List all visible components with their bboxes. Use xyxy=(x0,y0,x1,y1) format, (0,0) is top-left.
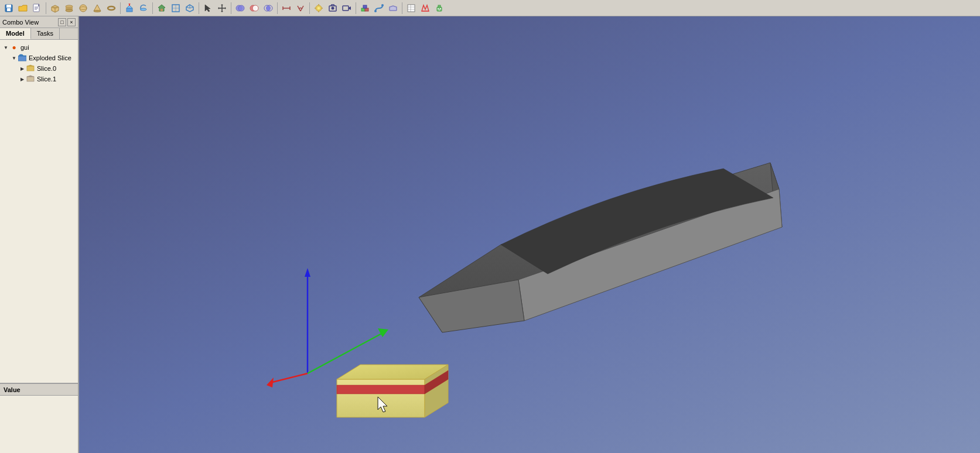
sphere-icon[interactable] xyxy=(77,2,90,15)
svg-rect-64 xyxy=(363,5,367,8)
path-icon[interactable] xyxy=(373,2,385,15)
svg-rect-26 xyxy=(161,9,163,11)
tree-label-exploded-slice: Exploded Slice xyxy=(29,54,71,61)
tab-model[interactable]: Model xyxy=(0,28,31,39)
sheet-metal-icon[interactable] xyxy=(387,2,399,15)
svg-marker-93 xyxy=(337,385,425,394)
sep-5 xyxy=(231,2,231,14)
sep-2 xyxy=(120,2,121,14)
svg-rect-2 xyxy=(7,8,11,11)
svg-rect-68 xyxy=(408,5,415,12)
model-tree: ▼ ● gui ▼ Exploded Slice ▶ Slice.0 xyxy=(0,40,78,383)
svg-point-19 xyxy=(108,6,115,10)
extrude-icon[interactable] xyxy=(123,2,136,15)
svg-marker-38 xyxy=(221,11,223,12)
properties-header: Value xyxy=(0,384,78,396)
svg-rect-63 xyxy=(365,8,368,11)
svg-marker-40 xyxy=(225,7,226,9)
svg-marker-37 xyxy=(221,4,223,5)
restore-button[interactable]: □ xyxy=(58,18,66,26)
union-icon[interactable] xyxy=(234,2,247,15)
render-icon[interactable] xyxy=(312,2,325,15)
torus-icon[interactable] xyxy=(105,2,118,15)
sep-6 xyxy=(277,2,278,14)
select-icon[interactable] xyxy=(202,2,214,15)
revolve-icon[interactable] xyxy=(137,2,150,15)
svg-point-24 xyxy=(141,8,146,11)
tree-item-slice-1[interactable]: ▶ Slice.1 xyxy=(0,74,78,84)
spreadsheet-icon[interactable] xyxy=(405,2,418,15)
intersect-icon[interactable] xyxy=(262,2,275,15)
toolbar xyxy=(0,0,980,16)
cone-icon[interactable] xyxy=(91,2,104,15)
svg-rect-60 xyxy=(343,6,349,11)
svg-marker-72 xyxy=(422,5,429,11)
gui-icon: ● xyxy=(9,43,19,52)
svg-marker-3 xyxy=(19,5,27,11)
svg-point-42 xyxy=(238,5,244,11)
svg-rect-83 xyxy=(27,77,34,81)
tree-label-slice-1: Slice.1 xyxy=(37,76,56,83)
tree-item-exploded-slice[interactable]: ▼ Exploded Slice xyxy=(0,53,78,63)
tree-arrow-slice-1: ▶ xyxy=(19,76,26,83)
fem-icon[interactable] xyxy=(419,2,432,15)
3d-viewport[interactable] xyxy=(79,16,980,453)
svg-point-18 xyxy=(94,10,101,12)
measure-linear-icon[interactable] xyxy=(280,2,293,15)
properties-panel: Value xyxy=(0,383,78,453)
combo-view-header-buttons: □ × xyxy=(58,18,76,26)
save-icon[interactable] xyxy=(2,2,15,15)
view-iso-icon[interactable] xyxy=(183,2,196,15)
left-panel: Combo View □ × Model Tasks ▼ ● gui ▼ xyxy=(0,16,79,453)
folder-icon xyxy=(18,53,27,63)
svg-marker-39 xyxy=(218,7,219,9)
tree-item-slice-0[interactable]: ▶ Slice.0 xyxy=(0,63,78,74)
sep-1 xyxy=(46,2,46,14)
measure-angular-icon[interactable] xyxy=(294,2,307,15)
tab-bar: Model Tasks xyxy=(0,28,78,40)
view-home-icon[interactable] xyxy=(155,2,168,15)
close-button[interactable]: × xyxy=(67,18,76,26)
svg-rect-81 xyxy=(27,66,34,71)
view-front-icon[interactable] xyxy=(169,2,182,15)
svg-point-53 xyxy=(317,6,320,10)
tree-label-slice-0: Slice.0 xyxy=(37,65,56,72)
sep-8 xyxy=(356,2,356,14)
svg-line-33 xyxy=(190,7,193,8)
svg-rect-75 xyxy=(438,5,441,7)
svg-rect-20 xyxy=(127,8,132,12)
snapshot-icon[interactable] xyxy=(326,2,339,15)
video-icon[interactable] xyxy=(340,2,353,15)
robot-icon[interactable] xyxy=(433,2,446,15)
svg-point-65 xyxy=(374,10,377,12)
slice0-icon xyxy=(26,64,35,73)
svg-point-76 xyxy=(438,8,439,9)
svg-point-14 xyxy=(66,9,73,12)
open-icon[interactable] xyxy=(16,2,29,15)
sep-7 xyxy=(309,2,310,14)
assembly-icon[interactable] xyxy=(358,2,371,15)
sep-9 xyxy=(402,2,402,14)
svg-point-77 xyxy=(440,8,441,9)
combo-view-title: Combo View xyxy=(2,19,39,26)
tab-tasks[interactable]: Tasks xyxy=(31,28,60,39)
tree-item-gui[interactable]: ▼ ● gui xyxy=(0,42,78,53)
tree-arrow-gui: ▼ xyxy=(2,44,9,51)
sep-4 xyxy=(199,2,199,14)
svg-marker-34 xyxy=(205,5,210,12)
slice1-icon xyxy=(26,74,35,84)
svg-marker-5 xyxy=(38,4,39,6)
move-icon[interactable] xyxy=(216,2,228,15)
cylinder-icon[interactable] xyxy=(63,2,76,15)
svg-marker-82 xyxy=(27,65,34,66)
tree-label-gui: gui xyxy=(21,44,29,51)
svg-point-66 xyxy=(381,4,384,6)
svg-point-15 xyxy=(80,5,87,12)
box-icon[interactable] xyxy=(49,2,62,15)
svg-rect-1 xyxy=(6,5,11,8)
main-area: Combo View □ × Model Tasks ▼ ● gui ▼ xyxy=(0,16,980,453)
new-icon[interactable] xyxy=(30,2,43,15)
svg-marker-23 xyxy=(128,4,131,4)
combo-view-header: Combo View □ × xyxy=(0,16,78,28)
cut-icon[interactable] xyxy=(248,2,261,15)
